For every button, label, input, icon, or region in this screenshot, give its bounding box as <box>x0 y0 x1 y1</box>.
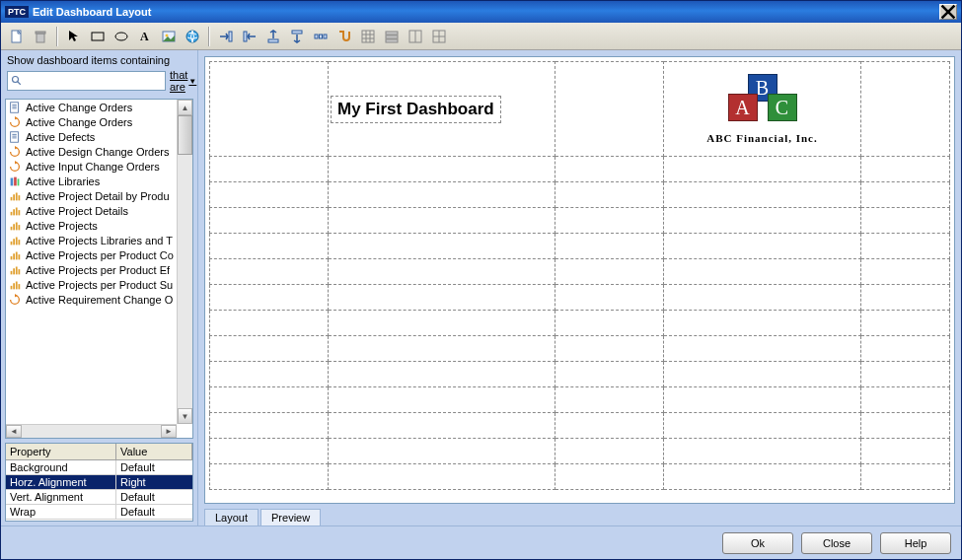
grid-cell[interactable] <box>210 285 329 311</box>
delete-icon[interactable] <box>31 27 50 46</box>
grid-cell[interactable] <box>555 311 664 336</box>
grid-cell[interactable] <box>861 157 950 182</box>
grid-cell[interactable] <box>861 182 950 208</box>
align-right-icon[interactable] <box>240 27 259 46</box>
grid-cell[interactable] <box>210 259 329 285</box>
grid-cell[interactable] <box>210 439 329 464</box>
property-row[interactable]: Horz. AlignmentRight <box>6 475 192 490</box>
image-tool-icon[interactable] <box>159 27 179 46</box>
property-row[interactable]: WrapDefault <box>6 505 192 520</box>
grid-cell[interactable] <box>555 413 664 439</box>
window-close-button[interactable] <box>939 4 957 20</box>
grid-cell[interactable]: BACABC Financial, Inc. <box>664 62 861 157</box>
grid-cell[interactable] <box>329 234 555 259</box>
grid-cell[interactable] <box>555 157 664 182</box>
property-value[interactable]: Right <box>116 475 192 489</box>
grid-cell[interactable] <box>329 362 555 387</box>
grid-cell[interactable] <box>664 439 861 464</box>
grid-cell[interactable] <box>664 285 861 311</box>
grid-cell[interactable] <box>210 157 329 182</box>
company-logo[interactable]: BACABC Financial, Inc. <box>666 74 858 144</box>
scroll-right-button[interactable]: ► <box>161 425 177 438</box>
grid-cell[interactable] <box>555 464 664 490</box>
align-top-icon[interactable] <box>263 27 283 46</box>
list-item[interactable]: Active Libraries <box>6 174 192 188</box>
snap-icon[interactable] <box>334 27 354 46</box>
grid-cell[interactable] <box>555 285 664 311</box>
that-are-link[interactable]: that are▼ <box>170 69 196 93</box>
grid-cell[interactable] <box>210 182 329 208</box>
scroll-thumb[interactable] <box>178 115 192 155</box>
tab-layout[interactable]: Layout <box>204 509 259 525</box>
grid-cell[interactable] <box>664 413 861 439</box>
grid-cell[interactable] <box>861 259 950 285</box>
search-input-wrap[interactable] <box>7 71 166 91</box>
list-item[interactable]: Active Projects per Product Ef <box>6 262 192 277</box>
property-value[interactable]: Default <box>116 505 192 519</box>
grid-cell[interactable] <box>210 234 329 259</box>
grid-cell[interactable] <box>861 336 950 362</box>
grid-cell[interactable] <box>555 62 664 157</box>
select-tool-icon[interactable] <box>64 27 84 46</box>
grid-cell[interactable] <box>555 439 664 464</box>
grid-cell[interactable] <box>861 413 950 439</box>
scroll-left-button[interactable]: ◄ <box>6 425 22 438</box>
search-input[interactable] <box>26 75 162 87</box>
grid-cell[interactable] <box>210 387 329 413</box>
grid-cell[interactable] <box>329 387 555 413</box>
grid-cell[interactable] <box>210 62 329 157</box>
grid-cell[interactable] <box>664 387 861 413</box>
grid-cell[interactable] <box>555 208 664 234</box>
list-item[interactable]: Active Project Details <box>6 203 192 218</box>
grid-cell[interactable] <box>329 439 555 464</box>
list-item[interactable]: Active Projects per Product Co <box>6 247 192 262</box>
scroll-down-button[interactable]: ▼ <box>178 408 192 424</box>
cols-icon[interactable] <box>406 27 425 46</box>
grid-cell[interactable] <box>329 464 555 490</box>
grid-icon[interactable] <box>358 27 378 46</box>
grid-cell[interactable] <box>329 413 555 439</box>
property-row[interactable]: BackgroundDefault <box>6 460 192 475</box>
list-item[interactable]: Active Projects per Product Su <box>6 277 192 292</box>
grid-cell[interactable] <box>329 259 555 285</box>
ok-button[interactable]: Ok <box>722 532 793 554</box>
grid-cell[interactable] <box>861 311 950 336</box>
cells-icon[interactable] <box>429 27 449 46</box>
grid-cell[interactable] <box>861 439 950 464</box>
grid-cell[interactable] <box>210 311 329 336</box>
globe-tool-icon[interactable] <box>183 27 202 46</box>
grid-cell[interactable] <box>664 157 861 182</box>
grid-cell[interactable] <box>210 464 329 490</box>
property-row[interactable]: Vert. AlignmentDefault <box>6 490 192 505</box>
list-item[interactable]: Active Projects <box>6 218 192 233</box>
grid-cell[interactable] <box>329 336 555 362</box>
property-value[interactable]: Default <box>116 490 192 504</box>
list-item[interactable]: Active Change Orders <box>6 114 192 129</box>
grid-cell[interactable] <box>555 259 664 285</box>
grid-cell[interactable] <box>555 336 664 362</box>
grid-cell[interactable] <box>664 311 861 336</box>
grid-cell[interactable] <box>664 362 861 387</box>
vertical-scrollbar[interactable]: ▲ ▼ <box>177 100 192 424</box>
grid-cell[interactable] <box>861 387 950 413</box>
distribute-icon[interactable] <box>311 27 331 46</box>
grid-cell[interactable] <box>664 259 861 285</box>
list-item[interactable]: Active Design Change Orders <box>6 144 192 159</box>
grid-cell[interactable] <box>555 387 664 413</box>
grid-cell[interactable] <box>555 362 664 387</box>
list-item[interactable]: Active Requirement Change O <box>6 292 192 307</box>
tab-preview[interactable]: Preview <box>260 509 321 525</box>
list-item[interactable]: Active Projects Libraries and T <box>6 233 192 247</box>
grid-cell[interactable] <box>664 208 861 234</box>
grid-cell[interactable] <box>861 464 950 490</box>
grid-cell[interactable] <box>861 362 950 387</box>
grid-cell[interactable] <box>664 234 861 259</box>
grid-cell[interactable] <box>210 336 329 362</box>
grid-cell[interactable]: My First Dashboard <box>329 62 555 157</box>
scroll-up-button[interactable]: ▲ <box>178 100 192 115</box>
dashboard-title[interactable]: My First Dashboard <box>331 96 501 123</box>
grid-cell[interactable] <box>664 336 861 362</box>
rect-tool-icon[interactable] <box>88 27 108 46</box>
grid-cell[interactable] <box>861 62 950 157</box>
property-value[interactable]: Default <box>116 460 192 474</box>
